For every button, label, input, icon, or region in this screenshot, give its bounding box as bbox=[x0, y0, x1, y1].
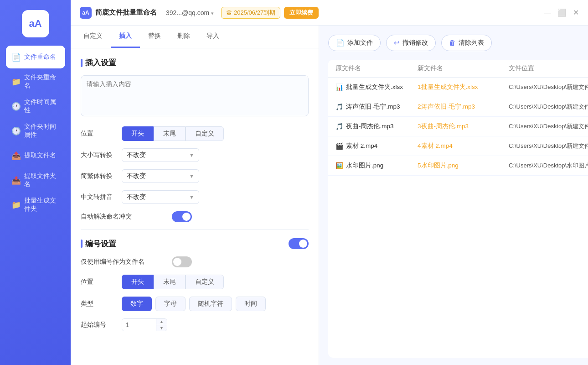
numbering-position-btn-2[interactable]: 自定义 bbox=[186, 275, 224, 289]
simptrad-select[interactable]: 不改变 ▼ bbox=[122, 169, 199, 183]
clear-list-button[interactable]: 🗑 清除列表 bbox=[441, 35, 492, 51]
tab-delete[interactable]: 删除 bbox=[169, 26, 198, 48]
td-path: C:\Users\XU\Desktop\水印图片\ bbox=[509, 162, 588, 170]
spin-down-button[interactable]: ▼ bbox=[156, 325, 167, 331]
insert-position-btn-1[interactable]: 末尾 bbox=[154, 126, 186, 141]
numbering-position-btn-0[interactable]: 开头 bbox=[122, 275, 154, 289]
topbar-expire-section: 🏵 2025/06/27到期 立即续费 bbox=[221, 7, 319, 19]
type-row: 类型 数字字母随机字符时间 bbox=[81, 297, 309, 311]
email-dropdown-icon[interactable]: ▾ bbox=[211, 10, 214, 16]
td-new-name: 5水印图片.png bbox=[418, 162, 509, 170]
tab-import[interactable]: 导入 bbox=[198, 26, 227, 48]
add-file-icon: 📄 bbox=[336, 39, 345, 47]
table-body: 📊批量生成文件夹.xlsx 1批量生成文件夹.xlsx C:\Users\XU\… bbox=[328, 78, 588, 358]
expire-icon: 🏵 bbox=[226, 9, 232, 16]
tab-custom[interactable]: 自定义 bbox=[75, 26, 111, 48]
topbar: aA 简鹿文件批量重命名 392...@qq.com ▾ 🏵 2025/06/2… bbox=[71, 0, 588, 26]
sidebar-icon-file-time: 🕐 bbox=[11, 102, 21, 111]
pinyin-select-arrow: ▼ bbox=[189, 194, 194, 200]
sidebar-item-file-time[interactable]: 🕐文件时间属性 bbox=[6, 95, 65, 118]
sidebar-item-batch-create-folder[interactable]: 📁批量生成文件夹 bbox=[6, 193, 65, 216]
case-select[interactable]: 不改变 ▼ bbox=[122, 148, 199, 162]
insert-position-btn-0[interactable]: 开头 bbox=[122, 126, 154, 141]
sidebar-item-folder-rename[interactable]: 📁文件夹重命名 bbox=[6, 70, 65, 93]
td-new-name: 3夜曲-周杰伦.mp3 bbox=[418, 122, 509, 130]
type-btn-3[interactable]: 时间 bbox=[236, 297, 266, 311]
sidebar-label-extract-foldername: 提取文件夹名 bbox=[24, 172, 60, 188]
case-select-arrow: ▼ bbox=[189, 152, 194, 158]
sidebar-label-extract-filename: 提取文件名 bbox=[24, 151, 56, 160]
case-label: 大小写转换 bbox=[81, 151, 122, 159]
spin-up-button[interactable]: ▲ bbox=[156, 319, 167, 325]
sidebar-label-folder-time: 文件夹时间属性 bbox=[24, 123, 60, 139]
numbering-settings-title: 编号设置 bbox=[81, 239, 116, 249]
table-row: 📊批量生成文件夹.xlsx 1批量生成文件夹.xlsx C:\Users\XU\… bbox=[328, 78, 588, 97]
case-row: 大小写转换 不改变 ▼ bbox=[81, 148, 309, 162]
insert-content-input[interactable] bbox=[81, 75, 309, 116]
undo-icon: ↩ bbox=[394, 39, 400, 47]
td-path: C:\Users\XU\Desktop\新建文件夹 (2)\ bbox=[509, 142, 588, 150]
insert-position-btn-2[interactable]: 自定义 bbox=[186, 126, 224, 141]
sidebar-label-file-rename: 文件重命名 bbox=[24, 53, 56, 61]
type-btn-0[interactable]: 数字 bbox=[122, 297, 152, 311]
sidebar-item-extract-foldername[interactable]: 📤提取文件夹名 bbox=[6, 169, 65, 192]
sidebar-item-folder-time[interactable]: 🕐文件夹时间属性 bbox=[6, 120, 65, 142]
td-path: C:\Users\XU\Desktop\新建文件夹 (2)\ bbox=[509, 122, 588, 130]
table-header-cell: 文件位置 bbox=[509, 64, 588, 73]
expire-badge: 🏵 2025/06/27到期 bbox=[221, 7, 280, 19]
start-number-input[interactable] bbox=[122, 319, 156, 331]
sidebar-label-batch-create-folder: 批量生成文件夹 bbox=[24, 197, 60, 213]
td-original: 🎵涛声依旧-毛宁.mp3 bbox=[335, 103, 418, 111]
sidebar-icon-file-rename: 📄 bbox=[11, 52, 21, 62]
td-path: C:\Users\XU\Desktop\新建文件夹 (2)\ bbox=[509, 83, 588, 91]
pinyin-select[interactable]: 不改变 ▼ bbox=[122, 190, 199, 204]
file-icon: 🎵 bbox=[335, 123, 343, 130]
only-numbering-row: 仅使用编号作为文件名 bbox=[81, 256, 309, 267]
table-row: 🎬素材 2.mp4 4素材 2.mp4 C:\Users\XU\Desktop\… bbox=[328, 136, 588, 156]
conflict-toggle[interactable] bbox=[172, 211, 192, 222]
td-original: 🖼️水印图片.png bbox=[335, 162, 418, 170]
tab-insert[interactable]: 插入 bbox=[111, 26, 140, 48]
right-toolbar: 📄 添加文件 ↩ 撤销修改 🗑 清除列表 开始命名 bbox=[328, 33, 588, 52]
type-btn-2[interactable]: 随机字符 bbox=[189, 297, 232, 311]
td-original: 📊批量生成文件夹.xlsx bbox=[335, 83, 418, 91]
type-btn-1[interactable]: 字母 bbox=[155, 297, 186, 311]
sidebar-icon-folder-time: 🕐 bbox=[11, 126, 21, 136]
position-buttons: 开头末尾自定义 bbox=[122, 126, 224, 141]
maximize-button[interactable]: ⬜ bbox=[557, 8, 567, 17]
window-controls: — ⬜ ✕ bbox=[544, 8, 579, 17]
left-content: 插入设置 位置 开头末尾自定义 大小写转换 不改变 ▼ 简繁 bbox=[71, 48, 319, 365]
tab-bar: 自定义插入替换删除导入 bbox=[71, 26, 319, 48]
table-header-cell: 原文件名 bbox=[335, 64, 418, 73]
undo-button[interactable]: ↩ 撤销修改 bbox=[386, 35, 436, 51]
only-numbering-toggle[interactable] bbox=[172, 256, 192, 267]
numbering-position-label: 位置 bbox=[81, 278, 122, 286]
content-area: 自定义插入替换删除导入 插入设置 位置 开头末尾自定义 大小写转换 不改变 ▼ bbox=[71, 26, 588, 365]
numbering-toggle[interactable] bbox=[289, 238, 309, 249]
add-file-button[interactable]: 📄 添加文件 bbox=[328, 35, 381, 51]
renew-button[interactable]: 立即续费 bbox=[284, 7, 319, 19]
table-header: 原文件名新文件名文件位置状态 bbox=[328, 60, 588, 78]
file-icon: 🎬 bbox=[335, 142, 343, 150]
sidebar-icon-extract-filename: 📤 bbox=[11, 151, 21, 161]
position-label: 位置 bbox=[81, 130, 122, 138]
file-icon: 📊 bbox=[335, 83, 343, 91]
sidebar-item-file-rename[interactable]: 📄文件重命名 bbox=[6, 46, 65, 68]
minimize-button[interactable]: — bbox=[544, 9, 551, 17]
divider bbox=[81, 229, 309, 230]
close-button[interactable]: ✕ bbox=[573, 8, 579, 17]
numbering-position-btn-1[interactable]: 末尾 bbox=[154, 275, 186, 289]
sidebar-icon-batch-create-folder: 📁 bbox=[11, 200, 21, 210]
type-label: 类型 bbox=[81, 300, 122, 308]
sidebar-item-extract-filename[interactable]: 📤提取文件名 bbox=[6, 144, 65, 167]
only-numbering-label: 仅使用编号作为文件名 bbox=[81, 258, 172, 266]
sidebar-label-file-time: 文件时间属性 bbox=[24, 98, 60, 115]
sidebar-label-folder-rename: 文件夹重命名 bbox=[24, 73, 60, 90]
td-original: 🎬素材 2.mp4 bbox=[335, 142, 418, 150]
topbar-app-brand: aA 简鹿文件批量重命名 bbox=[80, 7, 157, 19]
file-table: 原文件名新文件名文件位置状态 📊批量生成文件夹.xlsx 1批量生成文件夹.xl… bbox=[328, 60, 588, 358]
tab-replace[interactable]: 替换 bbox=[140, 26, 169, 48]
right-panel: 📄 添加文件 ↩ 撤销修改 🗑 清除列表 开始命名 原文件名新文件名文件位置状态… bbox=[319, 26, 588, 365]
td-path: C:\Users\XU\Desktop\新建文件夹 (2)\ bbox=[509, 103, 588, 111]
numbering-settings-header: 编号设置 bbox=[81, 238, 309, 249]
